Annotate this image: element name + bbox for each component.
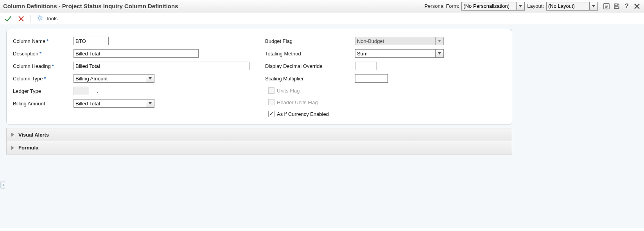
billing-amount-label: Billing Amount xyxy=(13,101,74,107)
acc-visual-alerts[interactable]: Visual Alerts xyxy=(6,128,512,141)
column-heading-input[interactable] xyxy=(74,62,249,70)
column-type-label: Column Type* xyxy=(13,76,74,82)
row-column-type: Column Type* xyxy=(13,72,253,85)
accordion: Visual Alerts Formula xyxy=(6,128,512,155)
chevron-down-icon[interactable] xyxy=(146,99,154,108)
svg-line-18 xyxy=(38,20,38,20)
side-collapse-button[interactable] xyxy=(0,181,5,189)
caret-right-icon xyxy=(11,146,14,150)
tools-menu[interactable]: Tools xyxy=(36,14,57,23)
row-description: Description* xyxy=(13,47,253,60)
layout-select[interactable] xyxy=(546,2,598,11)
budget-flag-label: Budget Flag xyxy=(265,38,355,44)
gear-icon xyxy=(36,14,43,23)
chevron-down-icon xyxy=(435,37,444,45)
svg-line-16 xyxy=(38,16,38,16)
row-billing-amount: Billing Amount xyxy=(13,97,253,110)
row-header-units-flag: Header Units Flag xyxy=(268,96,506,108)
acc-visual-alerts-label: Visual Alerts xyxy=(18,132,49,138)
required-star-icon: * xyxy=(44,76,46,82)
svg-line-17 xyxy=(41,20,42,20)
required-star-icon: * xyxy=(52,63,54,69)
display-decimal-label: Display Decimal Override xyxy=(265,63,355,69)
row-budget-flag: Budget Flag xyxy=(265,35,506,47)
svg-rect-5 xyxy=(615,7,618,8)
row-column-name: Column Name* xyxy=(13,35,253,47)
column-type-select[interactable] xyxy=(74,74,154,83)
close-icon[interactable] xyxy=(633,2,641,10)
ledger-type-label: Ledger Type xyxy=(13,88,74,94)
row-column-heading: Column Heading* xyxy=(13,60,253,72)
save-icon[interactable] xyxy=(613,2,621,10)
personal-form-value[interactable] xyxy=(461,2,516,11)
header-right: Personal Form: Layout: ? xyxy=(424,2,641,11)
as-if-currency-checkbox[interactable] xyxy=(268,111,274,117)
totaling-method-select[interactable] xyxy=(355,49,444,58)
page-title: Column Definitions - Project Status Inqu… xyxy=(3,3,178,9)
header-units-flag-checkbox xyxy=(268,99,274,105)
column-type-value[interactable] xyxy=(74,74,146,83)
budget-flag-select xyxy=(355,37,444,45)
svg-text:?: ? xyxy=(625,3,629,9)
svg-point-11 xyxy=(39,17,41,19)
form-panel: Column Name* Description* Column Heading… xyxy=(6,29,512,125)
scaling-mult-label: Scaling Multiplier xyxy=(265,76,355,82)
header-icons: ? xyxy=(603,2,641,10)
layout-label: Layout: xyxy=(527,3,544,9)
column-name-label: Column Name* xyxy=(13,38,74,44)
billing-amount-select[interactable] xyxy=(74,99,154,108)
chevron-down-icon[interactable] xyxy=(146,74,154,83)
as-if-currency-label: As if Currency Enabled xyxy=(277,111,329,117)
cancel-x-icon[interactable] xyxy=(17,15,25,23)
header-bar: Column Definitions - Project Status Inqu… xyxy=(0,0,644,12)
notes-icon[interactable] xyxy=(603,2,610,10)
units-flag-label: Units Flag xyxy=(277,88,300,94)
content: Column Name* Description* Column Heading… xyxy=(0,25,644,228)
column-heading-label: Column Heading* xyxy=(13,63,74,69)
caret-right-icon xyxy=(11,132,14,137)
ledger-type-input xyxy=(74,87,89,95)
description-label: Description* xyxy=(13,51,74,57)
description-input[interactable] xyxy=(74,49,199,58)
chevron-down-icon[interactable] xyxy=(516,2,525,11)
scaling-mult-input[interactable] xyxy=(355,74,388,83)
chevron-down-icon[interactable] xyxy=(435,49,444,58)
display-decimal-input[interactable] xyxy=(355,62,377,70)
form-right-col: Budget Flag Totaling Method xyxy=(265,35,506,120)
layout-value[interactable] xyxy=(546,2,589,11)
tools-label: Tools xyxy=(46,16,57,21)
ok-check-icon[interactable] xyxy=(4,15,12,23)
svg-line-19 xyxy=(41,16,42,16)
row-as-if-currency: As if Currency Enabled xyxy=(268,108,506,120)
column-name-input[interactable] xyxy=(74,37,109,45)
row-scaling-mult: Scaling Multiplier xyxy=(265,72,506,85)
toolbar: Tools xyxy=(0,12,644,25)
separator xyxy=(30,15,31,22)
chevron-down-icon[interactable] xyxy=(589,2,598,11)
help-icon[interactable]: ? xyxy=(623,2,631,10)
totaling-method-label: Totaling Method xyxy=(265,51,355,57)
row-units-flag: Units Flag xyxy=(268,85,506,96)
form-left-col: Column Name* Description* Column Heading… xyxy=(13,35,253,120)
required-star-icon: * xyxy=(47,38,48,44)
row-display-decimal: Display Decimal Override xyxy=(265,60,506,72)
personal-form-select[interactable] xyxy=(461,2,525,11)
budget-flag-value xyxy=(355,37,435,45)
billing-amount-value[interactable] xyxy=(74,99,146,108)
totaling-method-value[interactable] xyxy=(355,49,435,58)
acc-formula[interactable]: Formula xyxy=(6,141,512,155)
acc-formula-label: Formula xyxy=(18,145,38,151)
required-star-icon: * xyxy=(39,51,41,57)
row-ledger-type: Ledger Type . xyxy=(13,85,253,97)
units-flag-checkbox xyxy=(268,87,274,94)
header-units-flag-label: Header Units Flag xyxy=(277,100,318,105)
ledger-dot: . xyxy=(97,88,99,94)
row-totaling-method: Totaling Method xyxy=(265,47,506,60)
personal-form-label: Personal Form: xyxy=(424,3,459,9)
